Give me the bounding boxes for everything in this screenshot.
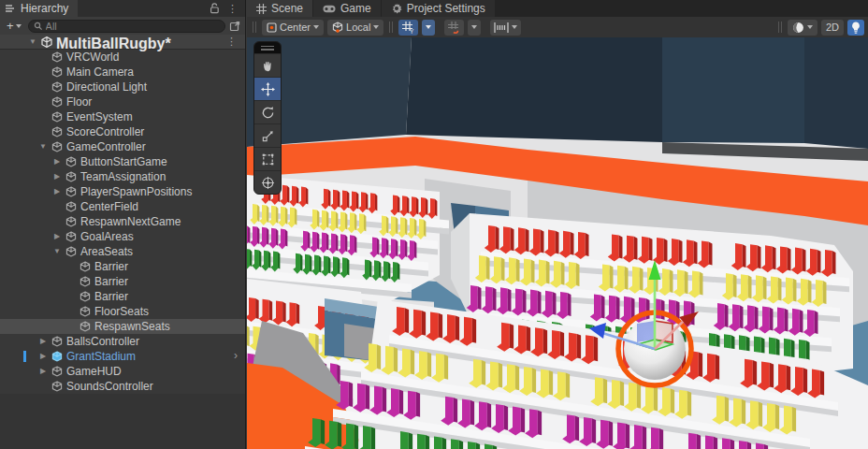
hierarchy-item-playerspawnpositions[interactable]: ▶PlayerSpawnPositions [0, 184, 245, 199]
gameobject-cube-icon [51, 141, 63, 152]
scene-lighting-button[interactable] [847, 20, 864, 36]
hierarchy-item-barrier[interactable]: Barrier [0, 274, 245, 289]
seat-side-red [664, 239, 668, 262]
lock-icon[interactable] [210, 3, 220, 14]
rect-tool-button[interactable] [254, 147, 281, 170]
orientation-mode-button[interactable]: Local [327, 20, 383, 36]
seat-side-green [300, 253, 302, 270]
expander-collapsed-icon[interactable]: ▶ [52, 172, 62, 181]
hierarchy-item-eventsystem[interactable]: EventSystem [0, 109, 245, 124]
hierarchy-item-grantstadium[interactable]: ▶GrantStadium› [0, 349, 245, 364]
hierarchy-item-teamassignation[interactable]: ▶TeamAssignation [0, 169, 245, 184]
create-object-button[interactable]: + [4, 20, 24, 32]
hierarchy-item-scorecontroller[interactable]: ScoreController [0, 124, 245, 139]
shading-mode-button[interactable] [788, 20, 817, 36]
seat-side-red [832, 251, 836, 274]
item-label: CenterField [80, 200, 138, 213]
seat-side-red [405, 308, 409, 333]
seat-side-yellow [792, 407, 796, 432]
transform-tool-button[interactable] [254, 170, 281, 194]
seat-side-red [287, 186, 289, 203]
tab-scene[interactable]: Scene [247, 0, 312, 17]
move-tool-button[interactable] [254, 77, 281, 100]
expander-collapsed-icon[interactable]: ▶ [38, 367, 48, 375]
hierarchy-item-soundscontroller[interactable]: SoundsController [0, 379, 245, 394]
expander-collapsed-icon[interactable]: ▶ [52, 232, 62, 240]
hierarchy-item-ballscontroller[interactable]: ▶BallsController [0, 334, 245, 349]
seat-side-yellow [386, 216, 388, 233]
scale-tool-button[interactable] [254, 123, 281, 147]
hierarchy-list-icon [6, 5, 16, 13]
scene-3d-view[interactable] [247, 37, 868, 449]
seat-side-magenta [248, 226, 250, 243]
search-input[interactable] [46, 21, 220, 32]
ceiling-right [804, 37, 868, 149]
seat-side-red [743, 244, 746, 268]
seat-side-red [375, 194, 377, 210]
seat-side-magenta [354, 236, 356, 253]
expander-collapsed-icon[interactable]: ▶ [38, 337, 48, 345]
scene-root-menu-icon[interactable]: ⋮ [226, 36, 237, 46]
toolbar-grip-3[interactable] [778, 22, 782, 33]
seat-side-magenta [377, 238, 379, 254]
open-prefab-chevron[interactable]: › [234, 349, 238, 362]
hierarchy-item-main-camera[interactable]: Main Camera [0, 65, 245, 80]
item-label: GameHUD [66, 365, 122, 378]
seat-side-yellow [285, 207, 287, 224]
hierarchy-item-directional-light[interactable]: Directional Light [0, 80, 245, 94]
scene-root-expander[interactable]: ▼ [28, 37, 37, 46]
hierarchy-item-barrier[interactable]: Barrier [0, 259, 245, 274]
seat-side-red [422, 311, 426, 336]
seat-side-magenta [326, 233, 328, 250]
hierarchy-search-field[interactable] [28, 20, 225, 33]
seat-side-green [426, 435, 429, 449]
toolbar-grip-2[interactable] [389, 22, 393, 33]
seat-side-yellow [295, 208, 297, 224]
hierarchy-item-centerfield[interactable]: CenterField [0, 199, 245, 214]
hierarchy-item-gamecontroller[interactable]: ▼GameController [0, 139, 245, 154]
seat-side-magenta [493, 287, 497, 311]
hierarchy-tab[interactable]: Hierarchy [0, 0, 78, 17]
tab-game[interactable]: Game [313, 0, 381, 17]
hierarchy-item-areaseats[interactable]: ▼AreaSeats [0, 244, 245, 259]
hierarchy-item-buttonstartgame[interactable]: ▶ButtonStartGame [0, 154, 245, 169]
grid-snapping-button[interactable] [444, 20, 464, 36]
hierarchy-item-gamehud[interactable]: ▶GameHUD [0, 364, 245, 379]
hierarchy-item-floor[interactable]: Floor [0, 94, 245, 109]
expander-expanded-icon[interactable]: ▼ [52, 247, 62, 255]
expander-collapsed-icon[interactable]: ▶ [52, 157, 62, 166]
grid-visibility-button[interactable]: Y [398, 20, 418, 36]
hand-tool-button[interactable] [254, 53, 281, 77]
toolbar-grip[interactable] [253, 22, 256, 33]
rotate-tool-button[interactable] [254, 100, 281, 123]
hierarchy-item-floorseats[interactable]: FloorSeats [0, 304, 245, 319]
grid-visibility-dropdown[interactable] [422, 20, 435, 36]
grid-snapping-dropdown[interactable] [468, 20, 481, 36]
mode-2d-button[interactable]: 2D [821, 20, 844, 36]
hierarchy-empty-area[interactable] [0, 394, 245, 449]
seat-side-green [250, 250, 252, 267]
prefab-selection-bar [23, 351, 26, 362]
pivot-mode-button[interactable]: Center [262, 20, 324, 36]
scene-root-row[interactable]: ▼ MultiBallRugby* ⋮ [0, 35, 245, 50]
hierarchy-item-goalareas[interactable]: ▶GoalAreas [0, 229, 245, 244]
seat-side-yellow [561, 262, 565, 285]
seat-side-green [369, 260, 371, 277]
hierarchy-menu-icon[interactable]: ⋮ [227, 4, 238, 13]
hierarchy-item-respawnnextgame[interactable]: RespawnNextGame [0, 214, 245, 229]
hierarchy-item-vrcworld[interactable]: VRCWorld [0, 50, 245, 65]
gameobject-cube-icon [65, 216, 77, 227]
open-search-window-icon[interactable] [229, 20, 241, 32]
expander-expanded-icon[interactable]: ▼ [38, 142, 48, 151]
expander-collapsed-icon[interactable]: ▶ [52, 187, 62, 196]
seat-back-green [451, 439, 459, 449]
palette-drag-handle[interactable] [254, 42, 281, 53]
tab-project-settings[interactable]: Project Settings [382, 0, 495, 17]
gizmo-plane-handle-blue[interactable] [637, 321, 655, 342]
hierarchy-item-barrier[interactable]: Barrier [0, 289, 245, 304]
seat-side-red [435, 199, 437, 216]
increment-snap-button[interactable] [490, 20, 521, 36]
hierarchy-item-respawnseats[interactable]: RespawnSeats [0, 319, 245, 334]
expander-collapsed-icon[interactable]: ▶ [38, 352, 48, 360]
gameobject-cube-icon [80, 306, 91, 317]
